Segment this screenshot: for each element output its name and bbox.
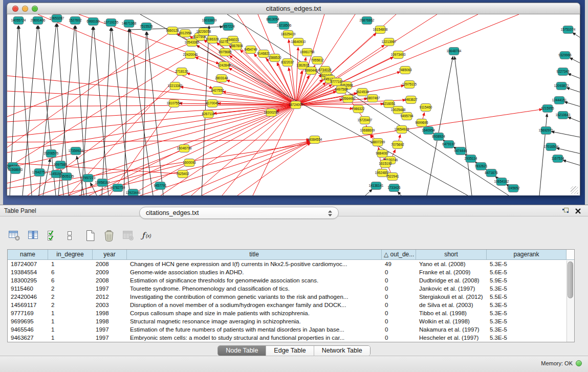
graph-edge[interactable] — [568, 74, 580, 78]
column-header-title[interactable]: title — [127, 250, 382, 259]
network-canvas[interactable]: 1405572420691406106532871527602696616010… — [7, 14, 580, 195]
graph-node[interactable]: 2867608 — [230, 42, 243, 50]
graph-node[interactable]: 8427552 — [211, 87, 224, 95]
graph-node[interactable]: 12213967 — [382, 38, 397, 46]
graph-node[interactable]: 16961758 — [300, 49, 315, 56]
float-panel-icon[interactable] — [561, 207, 570, 215]
zoom-window-button[interactable] — [32, 6, 38, 12]
graph-node[interactable]: 17016504 — [544, 143, 559, 151]
graph-edge[interactable] — [563, 160, 580, 165]
graph-node[interactable]: 9660128 — [166, 27, 179, 35]
graph-node[interactable]: 7955812 — [311, 57, 324, 64]
table-row[interactable]: 977716911998Corpus callosum shape and si… — [8, 309, 567, 317]
table-row[interactable]: 946554611997Estimation of the future num… — [8, 325, 567, 334]
graph-node[interactable]: 10654162 — [494, 178, 509, 186]
graph-node[interactable]: 1600093 — [183, 159, 196, 167]
graph-node[interactable]: 10973493 — [391, 51, 406, 59]
close-panel-icon[interactable] — [575, 207, 583, 215]
graph-node[interactable]: 10807467 — [365, 95, 380, 102]
graph-edge[interactable] — [572, 32, 580, 37]
column-header-pagerank[interactable]: pagerank — [487, 250, 567, 259]
create-column-button[interactable] — [84, 229, 98, 243]
graph-edge[interactable] — [202, 142, 310, 195]
graph-node[interactable]: 8975685 — [219, 49, 232, 56]
graph-node[interactable]: 9699695 — [415, 119, 428, 127]
graph-node[interactable]: 12093872 — [554, 82, 569, 90]
graph-node[interactable]: 6479197 — [442, 141, 455, 148]
graph-node[interactable]: 9245652 — [507, 185, 520, 192]
graph-node[interactable]: 9474444 — [454, 147, 467, 155]
graph-node[interactable]: 19218506 — [277, 22, 292, 30]
column-header-in-degree[interactable]: in_degree — [48, 250, 93, 259]
graph-node[interactable]: 19654923 — [395, 126, 409, 134]
graph-edge[interactable] — [81, 27, 93, 195]
graph-node[interactable]: 26876862 — [360, 17, 375, 25]
graph-edge[interactable] — [296, 14, 519, 105]
tab-edge-table[interactable]: Edge Table — [266, 346, 313, 356]
graph-edge[interactable] — [7, 105, 296, 106]
graph-node[interactable]: 8938924 — [432, 133, 445, 141]
graph-node[interactable]: 7857224 — [222, 23, 235, 31]
graph-edge[interactable] — [564, 102, 580, 106]
graph-node[interactable]: 7986322 — [352, 105, 365, 113]
table-row[interactable]: 2242004622012Investigating the contribut… — [8, 293, 567, 301]
graph-node[interactable]: 8267110 — [202, 111, 215, 118]
graph-node[interactable]: 8170045 — [206, 100, 219, 107]
graph-node[interactable]: 16033809 — [202, 17, 217, 25]
graph-node[interactable]: 9463627 — [404, 96, 418, 104]
graph-node[interactable]: 16046798 — [177, 145, 192, 152]
graph-node[interactable]: 7075692 — [391, 141, 404, 149]
graph-edge[interactable] — [551, 132, 580, 137]
graph-node[interactable]: 11568693 — [8, 166, 23, 174]
graph-node[interactable]: 10719155 — [104, 19, 119, 27]
graph-edge[interactable] — [556, 148, 580, 154]
graph-node[interactable]: 12923446 — [126, 189, 141, 196]
table-options-button[interactable] — [8, 229, 23, 243]
memory-status-indicator[interactable] — [576, 360, 582, 366]
graph-node[interactable]: 16154808 — [373, 26, 388, 34]
graph-node[interactable]: 20564486 — [341, 95, 356, 103]
graph-edge[interactable] — [43, 159, 50, 195]
graph-node[interactable]: 17359924 — [69, 147, 83, 155]
vertical-scrollbar[interactable] — [567, 260, 574, 342]
graph-node[interactable]: 7625402 — [176, 170, 189, 178]
graph-node[interactable]: 9227343 — [556, 68, 570, 76]
graph-node[interactable]: 15720407 — [358, 117, 373, 124]
graph-node[interactable]: 2718120 — [175, 68, 188, 76]
graph-node[interactable]: 12444151 — [552, 97, 567, 104]
column-header-year[interactable]: year — [93, 250, 127, 259]
graph-edge[interactable] — [365, 189, 373, 195]
table-row[interactable]: 1938455462009Genome-wide association stu… — [8, 268, 567, 276]
graph-node[interactable]: 1527602 — [69, 17, 82, 25]
graph-node[interactable]: 14055724 — [11, 17, 26, 25]
delete-column-button[interactable] — [103, 229, 117, 243]
graph-node[interactable]: 8215955 — [541, 105, 554, 113]
graph-edge[interactable] — [454, 56, 472, 195]
graph-node[interactable]: 10653287 — [50, 15, 64, 23]
graph-node[interactable]: 18807269 — [371, 139, 385, 146]
graph-node[interactable]: 1640954 — [422, 127, 435, 135]
graph-node[interactable]: 1615192 — [379, 160, 392, 168]
table-row[interactable]: 1830029562008Estimation of significance … — [8, 276, 567, 285]
graph-node[interactable]: 8322037 — [281, 59, 294, 67]
graph-edge[interactable] — [110, 103, 174, 195]
graph-node[interactable]: 1167534 — [552, 155, 564, 163]
graph-edge[interactable] — [7, 55, 190, 168]
graph-node[interactable]: 9329966 — [558, 52, 572, 59]
graph-edge[interactable] — [539, 114, 547, 195]
graph-node[interactable]: 1588520 — [268, 54, 281, 62]
graph-node[interactable]: 20206576 — [44, 150, 59, 158]
graph-node[interactable]: 7522941 — [386, 173, 399, 181]
graph-node[interactable]: 15751074 — [561, 26, 576, 34]
graph-edge[interactable] — [76, 26, 86, 195]
graph-node[interactable]: 9097588 — [54, 161, 67, 169]
graph-edge[interactable] — [7, 105, 296, 122]
table-row[interactable]: 946362711997Embryonic stem cells: a mode… — [8, 334, 567, 342]
graph-node[interactable]: 16210643 — [556, 112, 571, 119]
scrollbar-thumb[interactable] — [568, 261, 573, 298]
graph-node[interactable]: 18325419 — [281, 31, 296, 38]
minimize-window-button[interactable] — [22, 6, 28, 12]
column-header-short[interactable]: short — [416, 250, 487, 259]
graph-node[interactable]: 13505135 — [59, 173, 74, 181]
graph-node[interactable]: 8186328 — [206, 36, 219, 43]
